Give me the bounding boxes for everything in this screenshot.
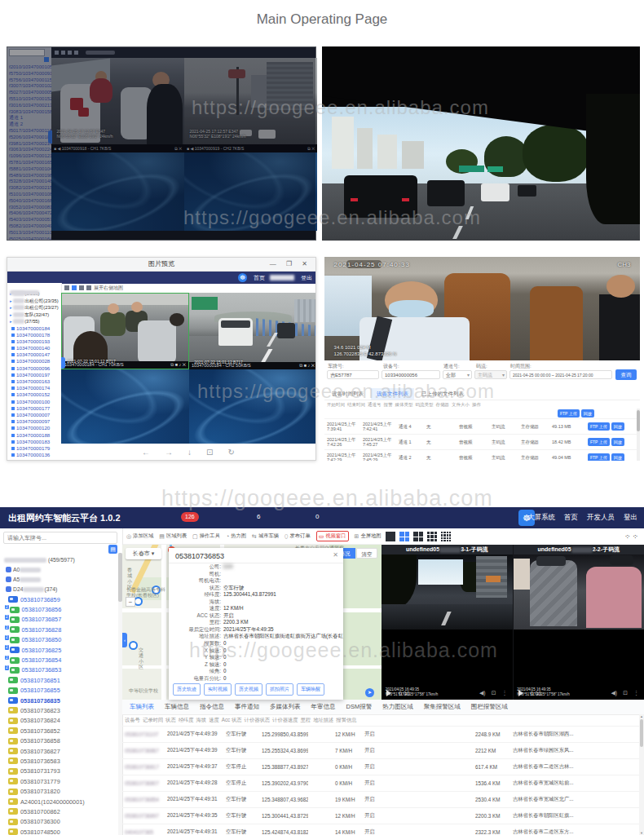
device-list-item[interactable]: 103470000163 [7,378,61,385]
playback-button[interactable]: 回放 [581,409,594,418]
device-list-item[interactable]: 通道 2 [9,121,51,128]
more-icon[interactable]: ⋮ [502,690,508,696]
table-row[interactable]: 2021/4/25上午 7:42:26 2021/4/25上午 7:45:27 … [324,434,640,449]
vehicle-list-item[interactable]: 053810736858 [0,736,122,745]
layout-6-icon[interactable] [413,532,423,541]
ftp-upload-button[interactable]: FTP 上传 [588,438,610,446]
volume-icon[interactable]: ◀) [479,690,486,696]
fullscreen-icons[interactable]: ⁘⁘ [624,532,640,541]
tree-root[interactable]: (459/5977) [0,555,122,565]
device-list-item[interactable]: 103470000174 [7,385,61,391]
device-list-item[interactable]: f3007/10347000102 [9,83,51,90]
vehicle-list-item[interactable]: 2 053810736854 [0,655,122,665]
video-frame-road[interactable]: 2021-07-22 15:01:12 B717 103470000184 - … [189,293,315,369]
map-toolbar-button[interactable]: ▭视频窗口 [316,531,349,541]
live-video-player[interactable]: undefined052-2-子码流 2021/04/25 16:49:35N4… [514,545,644,700]
vehicle-list-item[interactable]: 053810736851 [0,675,122,685]
popup-action-button[interactable]: 实时视频 [204,683,232,696]
device-list-item[interactable]: f3981/10347000216 [9,141,51,148]
fullscreen-icon[interactable]: ⊡ [623,690,628,696]
playback-button[interactable]: 回放 [611,453,624,462]
bottom-panel-tab[interactable]: 聚集报警区域 [424,703,461,711]
device-list-item[interactable]: f3082/10347000215 [9,185,51,192]
device-list-item[interactable]: f5781/10347000165 [9,160,51,166]
bottom-panel-tab[interactable]: 年审信息 [311,703,336,711]
map-toolbar-button[interactable]: ▤区域列表 [159,532,187,540]
play-icon[interactable] [518,690,527,696]
footer-tool-icon[interactable]: ↓ [187,448,192,457]
device-list-item[interactable]: f5750/10347000091 [9,71,51,77]
bottom-panel-tab[interactable]: 车辆列表 [130,703,154,711]
device-list-item[interactable]: f1096/10347000121 [9,153,51,160]
filter-icon[interactable] [44,57,49,62]
device-list-item[interactable]: 103470000193 [7,338,61,345]
layout-16-icon[interactable] [74,51,78,55]
footer-tool-icon[interactable]: ← [142,448,150,457]
video-frame-idle[interactable] [184,152,317,231]
message-bell-icon[interactable] [303,513,311,520]
table-row[interactable]: 2021/4/25上午 7:42:29 2021/4/25上午 7:45:29 … [324,449,640,461]
vehicle-list-item[interactable]: 053810748500 [0,827,122,835]
layout-4-icon[interactable] [61,51,65,55]
device-list-item[interactable]: f3016/10347000213 [9,103,51,109]
layout-9-icon[interactable] [79,285,84,290]
layout-16-icon[interactable] [86,285,91,290]
channel-select[interactable]: 全部 [443,370,472,379]
bottom-panel-tab[interactable]: DSM报警 [346,703,373,711]
window-controls[interactable]: — ❐ ✕ [270,258,311,271]
video-frame-road[interactable]: 2021-04-25 17:12:57 E347N06°55'32" E108°… [184,58,317,144]
layout-16-icon[interactable] [441,532,451,541]
device-list-item[interactable]: 103470000096 [7,365,61,372]
volume-icon[interactable]: ◀) [611,690,617,696]
device-list-item[interactable]: f5017/10347000118 [9,128,51,135]
device-list-item[interactable]: f5510/10347000152 [9,96,51,103]
popup-action-button[interactable]: 抓拍照片 [266,683,293,696]
table-row[interactable]: 053810736817 2021/4/25下午4:49:37 空车停止 125… [122,758,644,775]
vehicle-list-item[interactable]: 053810700862 [0,806,122,816]
tree-group[interactable]: ▸ 出租公司(23/27) [7,304,61,311]
playback-button[interactable]: 回放 [611,438,624,446]
zoom-out-button[interactable]: − [126,597,135,607]
vehicle-list-item[interactable]: 2 053810736850 [0,635,122,645]
footer-tool-icon[interactable]: ↻ [228,448,235,457]
layout-4-icon[interactable] [399,532,409,541]
search-input[interactable] [9,49,45,56]
table-row[interactable]: 053810731107 2021/4/25下午4:49:39 空车行驶 125… [122,726,644,742]
tree-group[interactable]: ▸ 出租公司(23/35) [7,298,61,305]
map-toolbar-button[interactable]: ⇆城市车辆 [252,532,279,540]
device-list-item[interactable]: f5206/10347000185 [9,135,51,141]
tree-company[interactable]: D24(374) [0,585,122,594]
device-list-item[interactable]: f5881/10347000104 [9,166,51,173]
locate-button[interactable]: ➤ [365,688,374,697]
sidebar-collapse-handle[interactable] [48,130,52,144]
layout-1-icon[interactable] [386,532,395,541]
table-row[interactable]: 053810736807 2021/4/25下午4:49:28 空车停止 125… [122,775,644,791]
header-nav-link[interactable]: 开发人员 [587,513,615,523]
tree-company[interactable]: A0 [0,565,122,575]
vehicle-list-item[interactable]: 2 053810736828 [0,625,122,634]
popup-action-button[interactable]: 历史视频 [235,683,262,696]
sidebar-collapse-handle[interactable] [61,357,65,369]
device-list-item[interactable]: 103470000152 [7,391,61,398]
vehicle-list-item[interactable]: 053810736823 [0,705,122,715]
vehicle-list-item[interactable]: 053810736859 [0,594,122,604]
table-row[interactable]: 0404107365 2021/4/25下午4:49:31 空车行驶 125.4… [122,824,644,835]
city-dropdown[interactable]: 长春市 ▾ [126,548,161,559]
tree-group[interactable]: ▸ (37/55) [7,318,61,325]
ftp-upload-button[interactable]: FTP 上传 [558,409,580,418]
map-toolbar-button[interactable]: ⊞全屏地图 [355,532,382,540]
video-frame-cabin[interactable]: 2021-04-25 17:12:57 E347N06°55'32" E108°… [51,58,184,144]
footer-tool-icon[interactable]: → [165,448,173,457]
search-button[interactable]: 查询 [615,369,637,380]
table-row[interactable]: 053810736867 2021/4/25下午4:49:39 空车行驶 125… [122,742,644,758]
bottom-panel-tab[interactable]: 多媒体列表 [270,703,301,711]
notice-bell-icon[interactable] [245,513,252,520]
device-list-item[interactable]: 103470000022 [7,458,61,460]
video-frame-cabin[interactable]: 2021-07-22 15:01:12 B717 103470000184 - … [61,293,189,369]
popup-action-button[interactable]: 车辆唤醒 [297,683,324,696]
file-list-tab[interactable]: 设备时间列表 [326,388,369,400]
vehicle-list-item[interactable]: 2 053810736853 [0,665,122,675]
map-marker[interactable] [129,641,138,650]
layout-4-icon[interactable] [72,285,77,290]
device-input[interactable]: 103340000056 [382,370,440,379]
